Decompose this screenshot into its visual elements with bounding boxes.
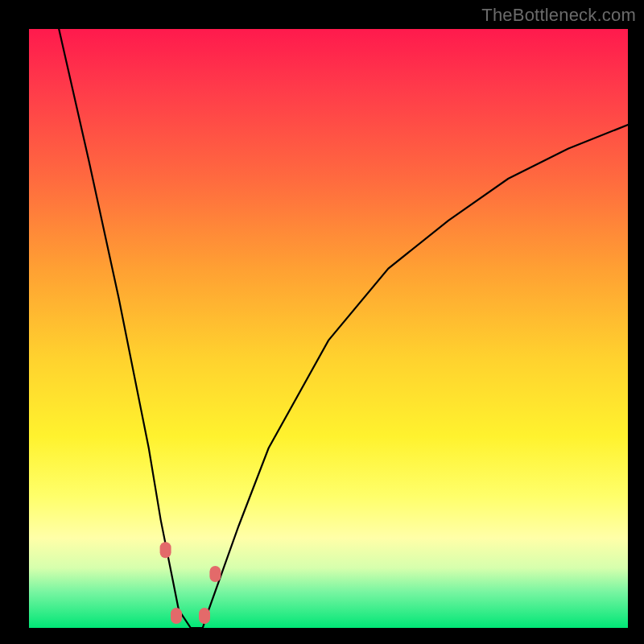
right-marker-lower	[199, 608, 210, 624]
chart-svg	[29, 29, 628, 628]
marker-group	[160, 542, 221, 624]
bottleneck-curve-path	[59, 29, 628, 628]
chart-frame: TheBottleneck.com	[0, 0, 644, 644]
right-marker-upper	[209, 566, 221, 582]
left-marker-upper	[160, 542, 171, 558]
plot-area	[29, 29, 628, 628]
watermark-text: TheBottleneck.com	[481, 5, 636, 26]
left-marker-lower	[171, 608, 182, 624]
